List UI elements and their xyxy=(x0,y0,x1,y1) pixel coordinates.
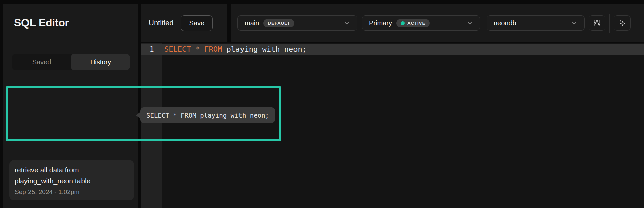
branch-dropdown-label: main xyxy=(245,19,259,27)
save-button[interactable]: Save xyxy=(181,15,213,31)
active-status-dot xyxy=(401,21,405,25)
text-cursor xyxy=(307,45,307,53)
database-dropdown[interactable]: neondb xyxy=(487,15,585,31)
database-dropdown-label: neondb xyxy=(494,19,516,27)
sql-identifier: playing_with_neon; xyxy=(222,45,307,53)
header-divider xyxy=(609,14,610,33)
history-item-timestamp: Sep 25, 2024 - 1:02pm xyxy=(15,188,129,196)
query-tab-title: Untitled xyxy=(149,19,174,27)
line-number-gutter xyxy=(141,43,162,208)
history-item-selected[interactable]: retrieve all data from playing_with_neon… xyxy=(9,160,134,200)
branch-default-badge: DEFAULT xyxy=(263,19,294,27)
editor-header: Untitled Save main DEFAULT Primary ACTI xyxy=(141,4,644,42)
editor-column: Untitled Save main DEFAULT Primary ACTI xyxy=(141,4,644,208)
sidebar-header: SQL Editor xyxy=(3,4,138,42)
branch-dropdown[interactable]: main DEFAULT xyxy=(237,15,357,31)
query-tab-panel: Untitled Save xyxy=(141,4,227,42)
chevron-down-icon xyxy=(466,20,473,26)
header-gap xyxy=(227,4,231,42)
query-settings-button[interactable] xyxy=(589,15,605,31)
compute-active-badge-text: ACTIVE xyxy=(407,21,425,26)
history-item-title: retrieve all data from playing_with_neon… xyxy=(15,165,120,186)
chevron-down-icon xyxy=(343,20,350,26)
sql-star: * xyxy=(191,45,204,53)
sliders-icon xyxy=(593,19,601,27)
ai-assist-button[interactable] xyxy=(614,15,631,31)
sql-editor-app: SQL Editor Saved History retrieve all da… xyxy=(0,0,644,208)
query-preview-tooltip: SELECT * FROM playing_with_neon; xyxy=(140,107,275,123)
code-editor[interactable]: 1 SELECT * FROM playing_with_neon; xyxy=(141,43,644,208)
compute-dropdown[interactable]: Primary ACTIVE xyxy=(362,15,480,31)
sql-keyword: SELECT xyxy=(164,45,191,53)
sparkle-icon xyxy=(618,18,627,28)
sql-query-line: SELECT * FROM playing_with_neon; xyxy=(164,44,307,55)
compute-active-badge: ACTIVE xyxy=(396,19,430,27)
line-number: 1 xyxy=(141,44,162,55)
sidebar: SQL Editor Saved History retrieve all da… xyxy=(3,4,138,208)
tab-saved[interactable]: Saved xyxy=(12,54,71,70)
saved-history-tabs: Saved History xyxy=(12,54,130,70)
editor-controls-panel: main DEFAULT Primary ACTIVE xyxy=(231,4,644,42)
tab-history[interactable]: History xyxy=(71,54,130,70)
page-title: SQL Editor xyxy=(14,17,69,29)
sql-keyword: FROM xyxy=(204,45,222,53)
chevron-down-icon xyxy=(571,20,578,26)
compute-dropdown-label: Primary xyxy=(369,19,392,27)
